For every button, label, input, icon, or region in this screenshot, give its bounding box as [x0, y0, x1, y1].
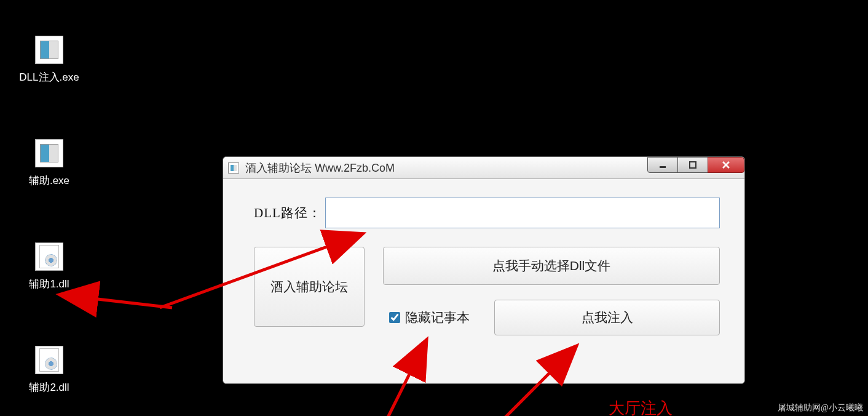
maximize-icon [688, 161, 697, 169]
injector-window: 酒入辅助论坛 Www.2Fzb.CoM DLL路径： 酒入辅助论坛 点我手动选择… [223, 156, 745, 384]
inject-button[interactable]: 点我注入 [494, 300, 720, 335]
desktop-icon-helper-exe[interactable]: 辅助.exe [12, 139, 86, 188]
close-button[interactable] [708, 157, 744, 173]
dll-icon [35, 242, 63, 271]
close-icon [721, 160, 731, 170]
window-client-area: DLL路径： 酒入辅助论坛 点我手动选择Dll文件 隐藏记事本 点我注入 [223, 179, 744, 383]
window-controls [648, 157, 744, 174]
desktop-icon-helper2-dll[interactable]: 辅助2.dll [12, 346, 86, 394]
select-dll-button[interactable]: 点我手动选择Dll文件 [383, 247, 720, 285]
icon-label: 辅助1.dll [29, 277, 69, 291]
app-icon [35, 139, 63, 167]
window-title: 酒入辅助论坛 Www.2Fzb.CoM [245, 161, 395, 175]
icon-label: DLL注入.exe [19, 70, 79, 84]
titlebar[interactable]: 酒入辅助论坛 Www.2Fzb.CoM [223, 157, 744, 179]
hide-notepad-checkbox[interactable] [389, 312, 400, 323]
svg-rect-1 [690, 162, 696, 168]
svg-rect-0 [660, 166, 666, 168]
dll-path-input[interactable] [325, 198, 720, 228]
icon-label: 辅助.exe [29, 174, 69, 188]
minimize-icon [658, 161, 667, 169]
hide-notepad-label: 隐藏记事本 [405, 309, 470, 326]
svg-line-3 [92, 298, 172, 308]
window-icon [228, 162, 239, 174]
desktop-icon-helper1-dll[interactable]: 辅助1.dll [12, 242, 86, 291]
forum-button[interactable]: 酒入辅助论坛 [254, 247, 365, 327]
annotation-lobby-inject: 大厅注入 [609, 398, 673, 416]
watermark: 屠城辅助网@小云曦曦 [778, 402, 863, 414]
maximize-button[interactable] [677, 157, 708, 173]
desktop-icon-dll-injector[interactable]: DLL注入.exe [12, 36, 86, 84]
icon-label: 辅助2.dll [29, 380, 69, 394]
app-icon [35, 36, 63, 64]
dll-path-label: DLL路径： [254, 204, 322, 222]
hide-notepad-checkbox-wrap[interactable]: 隐藏记事本 [389, 309, 470, 326]
dll-icon [35, 346, 63, 374]
minimize-button[interactable] [647, 157, 678, 173]
